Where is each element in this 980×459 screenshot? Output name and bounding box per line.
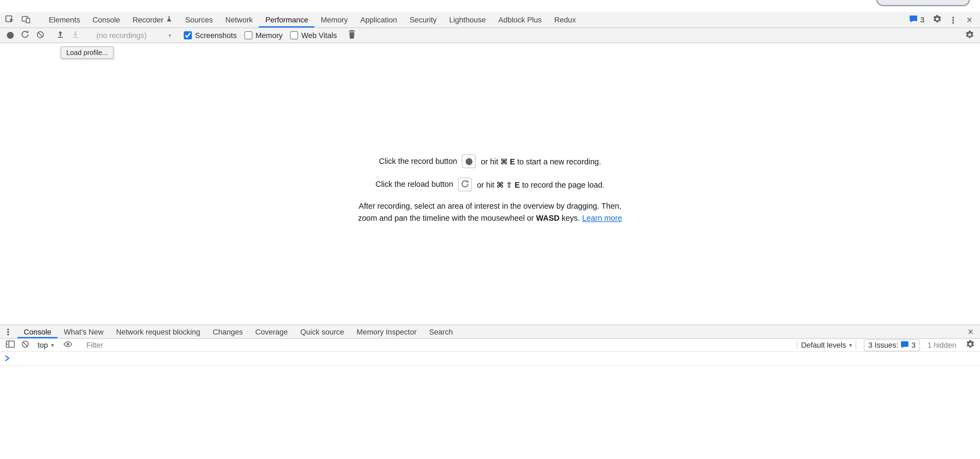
console-settings-button[interactable] bbox=[963, 338, 978, 352]
clear-button[interactable] bbox=[33, 29, 48, 42]
reload-instruction-prefix: Click the reload button bbox=[375, 180, 453, 189]
javascript-context-dropdown[interactable]: top ▾ bbox=[37, 341, 54, 350]
tab-adblock-plus[interactable]: Adblock Plus bbox=[492, 12, 548, 27]
overflow-menu-button[interactable]: ⋮ bbox=[947, 13, 960, 27]
device-toolbar-button[interactable] bbox=[18, 12, 33, 27]
drawer-tab-coverage[interactable]: Coverage bbox=[249, 325, 294, 338]
inspect-button[interactable] bbox=[2, 12, 18, 27]
record-button[interactable] bbox=[2, 29, 18, 42]
issues-count: 3 bbox=[912, 341, 915, 350]
drawer-overflow-button[interactable]: ⋮ bbox=[2, 325, 15, 338]
tab-lighthouse[interactable]: Lighthouse bbox=[443, 12, 492, 27]
tab-label: Memory bbox=[321, 15, 348, 24]
e-key: E bbox=[510, 157, 515, 166]
tab-memory[interactable]: Memory bbox=[315, 12, 354, 27]
shift-key: ⇧ bbox=[506, 180, 512, 189]
close-drawer-button[interactable]: × bbox=[964, 325, 978, 338]
record-instruction-prefix: Click the record button bbox=[379, 157, 457, 166]
chevron-down-icon: ▾ bbox=[849, 342, 852, 348]
close-devtools-button[interactable]: × bbox=[963, 13, 976, 27]
drawer-tab-changes[interactable]: Changes bbox=[207, 325, 249, 338]
screenshots-checkbox[interactable] bbox=[184, 31, 192, 39]
memory-checkbox[interactable] bbox=[244, 31, 252, 39]
tab-label: Network request blocking bbox=[116, 327, 200, 336]
empty-state: Click the record button or hit ⌘ E to st… bbox=[0, 155, 980, 225]
console-issues-counter[interactable]: 3 Issues: 3 bbox=[864, 339, 920, 351]
screenshots-checkbox-label[interactable]: Screenshots bbox=[184, 31, 237, 40]
drawer-tab-search[interactable]: Search bbox=[423, 325, 459, 338]
perf-options: Screenshots Memory Web Vitals bbox=[184, 31, 344, 40]
record-button-illustration bbox=[462, 155, 476, 168]
reload-icon bbox=[461, 179, 469, 190]
usage-hint: After recording, select an area of inter… bbox=[0, 201, 980, 225]
gear-icon bbox=[965, 339, 975, 351]
recordings-dropdown[interactable]: (no recordings) ▾ bbox=[92, 30, 175, 41]
device-toolbar-icon bbox=[21, 14, 30, 25]
upload-icon bbox=[56, 30, 64, 40]
drawer-tab-quick-source[interactable]: Quick source bbox=[294, 325, 350, 338]
tab-label: Redux bbox=[554, 15, 576, 24]
web-vitals-checkbox-label[interactable]: Web Vitals bbox=[290, 31, 337, 40]
tab-label: Security bbox=[410, 15, 437, 24]
tab-application[interactable]: Application bbox=[354, 12, 403, 27]
record-icon bbox=[466, 158, 473, 165]
tab-network[interactable]: Network bbox=[219, 12, 259, 27]
reload-instruction-row: Click the reload button or hit ⌘ ⇧ E to … bbox=[0, 177, 980, 191]
save-profile-button[interactable] bbox=[68, 29, 83, 42]
tab-performance[interactable]: Performance bbox=[259, 12, 315, 27]
devtools-window: Elements Console Recorder Sources Networ… bbox=[0, 0, 980, 459]
drawer-tab-memory-inspector[interactable]: Memory Inspector bbox=[350, 325, 423, 338]
console-filter-input[interactable] bbox=[86, 341, 793, 350]
tab-label: Quick source bbox=[300, 327, 344, 336]
drawer-tab-console[interactable]: Console bbox=[18, 325, 57, 338]
download-icon bbox=[71, 30, 79, 40]
settings-button[interactable] bbox=[930, 13, 943, 27]
tab-label: Coverage bbox=[255, 327, 288, 336]
tab-redux[interactable]: Redux bbox=[548, 12, 582, 27]
create-live-expression-button[interactable] bbox=[60, 338, 75, 352]
console-prompt-chevron-icon bbox=[5, 354, 11, 363]
issues-bubble-icon bbox=[901, 341, 909, 350]
memory-checkbox-label[interactable]: Memory bbox=[244, 31, 282, 40]
divider bbox=[797, 341, 797, 350]
web-vitals-checkbox[interactable] bbox=[290, 31, 298, 39]
close-icon: × bbox=[968, 326, 974, 337]
issues-counter[interactable]: 3 bbox=[907, 14, 928, 26]
drawer-tab-network-request-blocking[interactable]: Network request blocking bbox=[110, 325, 207, 338]
drawer-tab-whats-new[interactable]: What's New bbox=[57, 325, 110, 338]
tab-elements[interactable]: Elements bbox=[42, 12, 86, 27]
tab-label: Sources bbox=[185, 15, 213, 24]
show-console-sidebar-button[interactable] bbox=[2, 338, 18, 352]
issues-label: 3 Issues: bbox=[868, 341, 898, 350]
reload-and-record-button[interactable] bbox=[18, 29, 33, 42]
cmd-key: ⌘ bbox=[496, 180, 504, 189]
tab-recorder[interactable]: Recorder bbox=[126, 12, 179, 27]
drawer-tabbar: ⋮ Console What's New Network request blo… bbox=[0, 324, 980, 339]
reload-icon bbox=[21, 30, 29, 41]
main-tabs: Elements Console Recorder Sources Networ… bbox=[42, 12, 582, 27]
hidden-messages-label: 1 hidden bbox=[928, 341, 956, 350]
checkbox-label-text: Screenshots bbox=[195, 31, 237, 40]
partial-overlay bbox=[877, 0, 970, 6]
console-prompt-row[interactable] bbox=[0, 352, 980, 366]
tab-console[interactable]: Console bbox=[86, 12, 126, 27]
cmd-key: ⌘ bbox=[500, 157, 508, 166]
block-icon bbox=[21, 340, 29, 350]
tab-label: Search bbox=[429, 327, 453, 336]
garbage-collect-button[interactable] bbox=[344, 29, 359, 42]
log-levels-dropdown[interactable]: Default levels ▾ bbox=[801, 341, 852, 350]
reload-shortcut-text: or hit ⌘ ⇧ E to record the page load. bbox=[477, 180, 605, 189]
clear-console-button[interactable] bbox=[18, 338, 33, 352]
wasd-keys: WASD bbox=[536, 214, 560, 223]
gear-icon bbox=[965, 30, 974, 41]
tab-security[interactable]: Security bbox=[403, 12, 443, 27]
tab-label: What's New bbox=[64, 327, 103, 336]
e-key: E bbox=[515, 180, 520, 189]
divider bbox=[856, 341, 856, 350]
learn-more-link[interactable]: Learn more bbox=[582, 214, 622, 223]
capture-settings-button[interactable] bbox=[963, 29, 978, 42]
load-profile-button[interactable] bbox=[52, 29, 68, 42]
tab-label: Recorder bbox=[133, 15, 164, 24]
tab-sources[interactable]: Sources bbox=[179, 12, 219, 27]
record-shortcut-text: or hit ⌘ E to start a new recording. bbox=[481, 157, 601, 166]
